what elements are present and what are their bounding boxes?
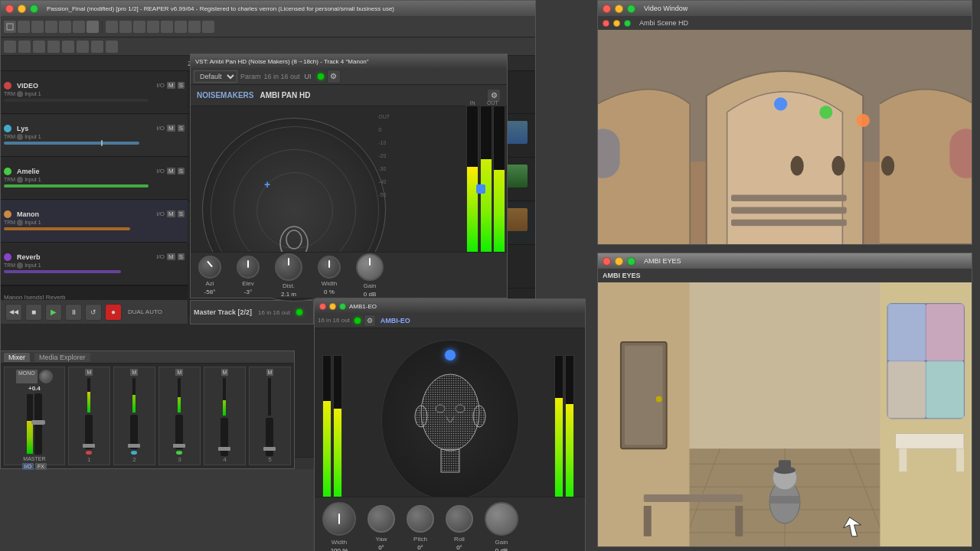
toolbar2-icon-5[interactable] (62, 41, 74, 53)
ch1-m-btn[interactable]: M (85, 369, 93, 376)
track-amelie-io[interactable]: I/O (156, 168, 165, 174)
ambi-eyes-zoom-btn[interactable] (627, 257, 635, 266)
ch2-m-btn[interactable]: M (130, 369, 138, 376)
ch5-fader-track[interactable] (266, 418, 273, 456)
track-manon-io[interactable]: I/O (156, 210, 165, 217)
track-reverb-fader[interactable] (4, 270, 121, 273)
ambi-gain-knob[interactable] (485, 502, 518, 536)
toolbar2-icon-8[interactable] (106, 41, 118, 53)
minimize-button[interactable] (18, 5, 26, 13)
track-reverb-s[interactable]: S (178, 253, 185, 260)
toolbar-icon-4[interactable] (45, 21, 57, 33)
track-manon-fader[interactable] (4, 227, 130, 230)
azi-knob[interactable] (198, 256, 221, 279)
pause-button[interactable]: ⏸ (65, 304, 82, 321)
track-lys-fader[interactable] (4, 142, 139, 145)
ch2-fader-handle[interactable] (128, 444, 140, 448)
loop-button[interactable]: ↺ (85, 304, 102, 321)
toolbar-icon-10[interactable] (133, 21, 145, 33)
toolbar-icon-6[interactable] (73, 21, 85, 33)
ch4-m-btn[interactable]: M (221, 369, 229, 376)
toolbar2-icon-3[interactable] (33, 41, 45, 53)
toolbar2-icon-7[interactable] (91, 41, 103, 53)
track-manon-m[interactable]: M (167, 210, 175, 217)
close-button[interactable] (5, 5, 14, 13)
ambi-eyes-close-btn[interactable] (603, 257, 611, 266)
master-trim-knob[interactable] (39, 370, 53, 383)
toolbar-icon-14[interactable] (188, 21, 201, 33)
mixer-tab-media-explorer[interactable]: Media Explorer (34, 353, 90, 362)
ui-label[interactable]: UI (305, 73, 312, 80)
stop-button[interactable]: ■ (25, 304, 42, 321)
rewind-button[interactable]: ◀◀ (5, 304, 22, 321)
video-zoom-btn[interactable] (627, 5, 635, 13)
toolbar-icon-8[interactable] (106, 21, 118, 33)
track-video-m[interactable]: M (167, 82, 175, 89)
track-lys-input[interactable]: Input 1 (24, 134, 41, 139)
track-lys-s[interactable]: S (178, 125, 185, 132)
toolbar-icon-9[interactable] (119, 21, 132, 33)
video-close-btn[interactable] (603, 5, 611, 13)
ch3-fader-handle[interactable] (173, 444, 185, 448)
ch5-fader-handle[interactable] (263, 447, 276, 451)
toolbar-icon-13[interactable] (175, 21, 187, 33)
ch4-fader-handle[interactable] (218, 447, 230, 451)
ch2-fader-track[interactable] (130, 415, 138, 450)
video-inner-minimize[interactable] (613, 20, 620, 27)
ambi-eo-minimize[interactable] (329, 303, 336, 310)
ch4-fader-track[interactable] (220, 418, 228, 456)
play-button[interactable]: ▶ (45, 304, 62, 321)
ch1-fader-handle[interactable] (83, 444, 95, 448)
track-amelie-input[interactable]: Input 1 (24, 177, 41, 182)
track-amelie-m[interactable]: M (167, 168, 175, 174)
track-lys-io[interactable]: I/O (156, 125, 165, 132)
master-io-btn[interactable]: I/O (22, 463, 34, 470)
toolbar-icon-7[interactable] (87, 21, 99, 33)
track-lys-m[interactable]: M (167, 125, 175, 132)
track-video-io[interactable]: I/O (156, 82, 165, 89)
ambi-eyes-minimize-btn[interactable] (615, 257, 623, 266)
ambi-pitch-knob[interactable] (407, 505, 434, 533)
ch1-fader-track[interactable] (85, 415, 93, 450)
track-reverb-m[interactable]: M (167, 253, 175, 260)
plugin-settings-button[interactable]: ⚙ (327, 70, 341, 83)
toolbar-icon-11[interactable] (147, 21, 159, 33)
master-fx-btn[interactable]: FX (35, 463, 47, 470)
ambi-eo-zoom[interactable] (339, 303, 346, 310)
track-manon-input[interactable]: Input 1 (24, 220, 41, 225)
video-inner-zoom[interactable] (624, 20, 631, 27)
record-button[interactable]: ● (105, 304, 122, 321)
toolbar-icon-3[interactable] (31, 21, 44, 33)
ambi-roll-knob[interactable] (446, 505, 473, 533)
toolbar-icon-file[interactable] (4, 21, 16, 33)
gain-knob[interactable] (356, 253, 384, 281)
ch3-fader-track[interactable] (175, 415, 183, 450)
mixer-tab-mixer[interactable]: Mixer (4, 353, 30, 362)
toolbar-icon-12[interactable] (161, 21, 173, 33)
track-manon-s[interactable]: S (178, 210, 185, 217)
master-mono-btn[interactable]: MONO (16, 370, 38, 383)
master-fader-track[interactable] (34, 393, 42, 455)
toolbar-icon-15[interactable] (202, 21, 214, 33)
ambi-eo-settings-btn[interactable]: ⚙ (364, 315, 376, 327)
track-video-input[interactable]: Input 1 (24, 91, 41, 96)
ch3-m-btn[interactable]: M (175, 369, 183, 376)
track-amelie-s[interactable]: S (178, 168, 185, 174)
video-inner-close[interactable] (603, 20, 609, 27)
toolbar-icon-5[interactable] (59, 21, 71, 33)
toolbar2-icon-6[interactable] (77, 41, 89, 53)
dist-knob[interactable] (275, 253, 302, 281)
track-amelie-fader[interactable] (4, 184, 149, 187)
width-knob[interactable] (318, 256, 341, 279)
toolbar-icon-2[interactable] (18, 21, 30, 33)
track-reverb-io[interactable]: I/O (156, 253, 165, 260)
ch5-m-btn[interactable]: M (266, 369, 274, 376)
track-reverb-input[interactable]: Input 1 (24, 262, 41, 268)
elev-knob[interactable] (237, 256, 260, 279)
preset-dropdown[interactable]: Default (194, 70, 237, 83)
toolbar2-icon-2[interactable] (18, 41, 31, 53)
track-video-fader[interactable] (4, 99, 149, 102)
track-video-s[interactable]: S (178, 82, 185, 89)
ambi-eo-close[interactable] (319, 303, 326, 310)
video-minimize-btn[interactable] (615, 5, 623, 13)
